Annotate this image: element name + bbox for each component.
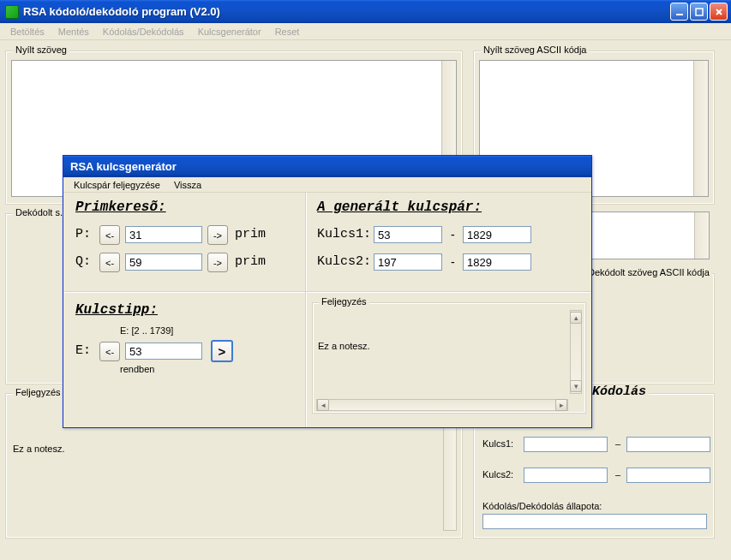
kulcs2-label: Kulcs2: <box>482 469 513 480</box>
dash: – <box>615 469 620 480</box>
gen-header: A generált kulcspár: <box>317 200 482 215</box>
scroll-down-icon[interactable]: ▾ <box>696 246 708 258</box>
dlg-notes-vscroll[interactable]: ▴ ▾ <box>570 310 582 394</box>
q-label: Q: <box>75 254 91 269</box>
e-go-button[interactable]: > <box>211 340 233 362</box>
notes-text: Ez a notesz. <box>13 444 65 454</box>
main-menubar: Betöltés Mentés Kódolás/Dekódolás Kulcsg… <box>0 23 731 40</box>
scroll-up-icon[interactable]: ▴ <box>570 312 582 324</box>
dash: - <box>451 255 455 269</box>
k2-label: Kulcs2: <box>317 254 371 269</box>
menu-kulcsgen[interactable]: Kulcsgenerátor <box>191 25 268 39</box>
group-decoded-s-legend: Dekódolt s. <box>13 207 65 217</box>
group-notes-legend: Feljegyzés <box>13 387 63 397</box>
coding-header: Kódolás <box>590 384 649 399</box>
scroll-up-icon[interactable]: ▴ <box>696 213 708 225</box>
prime-header: Primkeresõ: <box>75 200 166 215</box>
kulcs1-a-input[interactable] <box>524 437 608 452</box>
menu-betoltes[interactable]: Betöltés <box>3 25 51 39</box>
dash: – <box>615 438 620 449</box>
kulcs1-b-input[interactable] <box>626 437 710 452</box>
dlg-notes-legend: Feljegyzés <box>319 296 369 307</box>
k2-a-input[interactable]: 197 <box>374 253 442 271</box>
group-plain-legend: Nyílt szöveg <box>13 45 69 55</box>
kulcs2-b-input[interactable] <box>626 468 710 483</box>
scroll-down-icon[interactable]: ▾ <box>570 380 582 392</box>
q-prev-button[interactable]: <- <box>99 253 120 272</box>
scroll-left-icon[interactable]: ◂ <box>317 399 329 411</box>
e-input[interactable]: 53 <box>125 343 202 360</box>
kulcs1-label: Kulcs1: <box>482 438 513 449</box>
dlg-notes-text: Ez a notesz. <box>318 341 370 351</box>
e-status: rendben <box>120 364 154 374</box>
app-icon <box>5 5 19 19</box>
e-label: E: <box>75 343 91 358</box>
p-input[interactable]: 31 <box>125 226 202 243</box>
scroll-up-icon[interactable]: ▴ <box>695 62 707 74</box>
group-plain-ascii-legend: Nyílt szöveg ASCII kódja <box>481 45 589 55</box>
status-input[interactable] <box>482 514 707 529</box>
dlg-menu-feljegyzes[interactable]: Kulcspár feljegyzése <box>67 179 167 191</box>
dialog-title: RSA kulcsgenerátor <box>63 156 591 177</box>
dlg-notes-group: Feljegyzés ▴ ▾ Ez a notesz. ◂ ▸ <box>312 302 586 414</box>
k1-b-input[interactable]: 1829 <box>463 226 531 243</box>
menu-mentes[interactable]: Mentés <box>51 25 96 39</box>
window-controls <box>670 3 728 21</box>
maximize-button[interactable] <box>690 3 708 21</box>
svg-rect-0 <box>676 14 683 15</box>
main-titlebar: RSA kódoló/dekódoló program (V2.0) <box>0 0 731 23</box>
p-label: P: <box>75 227 91 241</box>
q-prim-label: prim <box>235 254 266 269</box>
dialog-menubar: Kulcspár feljegyzése Vissza <box>63 177 591 193</box>
kulcs2-a-input[interactable] <box>524 468 608 483</box>
group-decoded-ascii-legend: Dekódolt szöveg ASCII kódja <box>585 267 712 277</box>
p-prim-label: prim <box>235 227 266 241</box>
svg-rect-1 <box>696 9 703 15</box>
p-prev-button[interactable]: <- <box>99 225 120 245</box>
k1-a-input[interactable]: 53 <box>374 226 442 243</box>
dlg-menu-vissza[interactable]: Vissza <box>167 179 208 191</box>
keygen-dialog: RSA kulcsgenerátor Kulcspár feljegyzése … <box>63 155 592 428</box>
k2-b-input[interactable]: 1829 <box>463 253 531 271</box>
menu-reset[interactable]: Reset <box>268 25 307 39</box>
close-button[interactable] <box>710 3 728 21</box>
menu-kodolas[interactable]: Kódolás/Dekódolás <box>96 25 191 39</box>
q-input[interactable]: 59 <box>125 253 202 271</box>
scroll-up-icon[interactable]: ▴ <box>443 62 455 74</box>
status-label: Kódolás/Dekódolás állapota: <box>482 501 602 511</box>
e-prev-button[interactable]: <- <box>99 342 120 361</box>
dash: - <box>451 228 455 241</box>
scroll-right-icon[interactable]: ▸ <box>555 399 567 411</box>
k1-label: Kulcs1: <box>317 227 371 241</box>
dlg-notes-hscroll[interactable]: ◂ ▸ <box>316 399 568 411</box>
p-next-button[interactable]: -> <box>207 225 228 245</box>
minimize-button[interactable] <box>670 3 688 21</box>
keytip-header: Kulcstipp: <box>75 302 158 318</box>
scroll-down-icon[interactable]: ▾ <box>695 183 707 195</box>
e-range: E: [2 .. 1739] <box>120 325 173 336</box>
scroll-down-icon[interactable]: ▾ <box>443 517 455 529</box>
q-next-button[interactable]: -> <box>207 253 228 272</box>
window-title: RSA kódoló/dekódoló program (V2.0) <box>23 5 670 18</box>
